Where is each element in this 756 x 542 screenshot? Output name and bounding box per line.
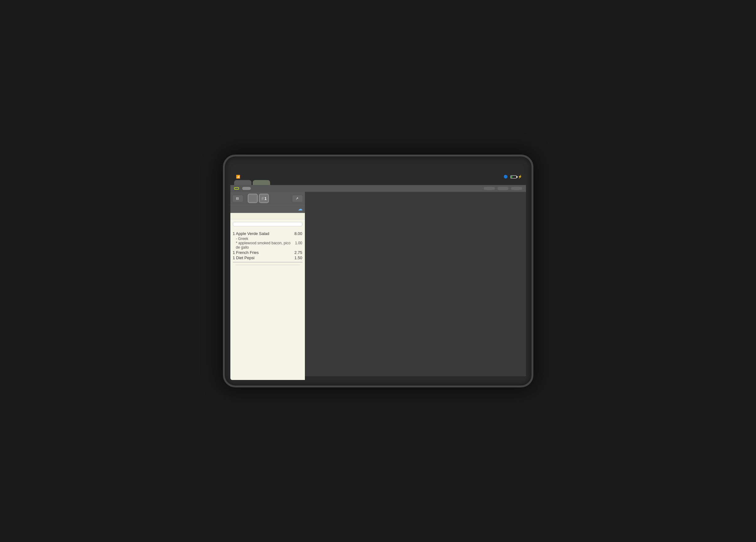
order-details: 1 Apple Verde Salad 8.00 - Greek * apple…	[230, 213, 305, 380]
main-content: ⊟ 🍴1 ↗	[230, 192, 526, 380]
top-tabs	[230, 180, 526, 185]
status-right: 🔵 ⚡	[504, 175, 522, 179]
status-bar: 📶 🔵 ⚡	[230, 174, 526, 180]
battery-icon	[510, 175, 517, 178]
item-price: 8.00	[292, 231, 302, 236]
save-button[interactable]	[511, 187, 522, 190]
order-item-modifier-greek: - Greek	[233, 237, 302, 241]
split-button[interactable]: ⊟	[233, 195, 243, 202]
order-totals	[235, 265, 300, 269]
bottom-categories	[305, 376, 526, 380]
item-price: 2.75	[292, 250, 302, 255]
order-item-modifier-bacon: * applewood smoked bacon, pico de gallo …	[233, 241, 302, 250]
wifi-icon: 📶	[236, 175, 240, 179]
item-name: 1 Diet Pepsi	[233, 255, 255, 260]
modifier-price: 1.00	[295, 241, 302, 245]
carry-out-header	[230, 213, 305, 219]
toolbar	[230, 185, 526, 192]
total-bar	[305, 370, 526, 376]
menu-grid	[305, 193, 526, 370]
order-items: 1 Apple Verde Salad 8.00 - Greek * apple…	[230, 229, 305, 274]
item-name: 1 French Fries	[233, 250, 259, 255]
item-name: 1 Apple Verde Salad	[233, 231, 269, 236]
order-item-apple-verde[interactable]: 1 Apple Verde Salad 8.00	[233, 231, 302, 236]
send-icon: ↗	[296, 196, 298, 201]
tab-deliver[interactable]	[253, 180, 270, 185]
ipad-screen: 📶 🔵 ⚡	[230, 174, 526, 380]
battery-fill	[511, 176, 513, 178]
item-price: 1.50	[292, 255, 302, 260]
charging-icon: ⚡	[518, 175, 522, 179]
order-panel: ⊟ 🍴1 ↗	[230, 192, 305, 380]
lavu-logo	[234, 187, 239, 190]
menu-panel	[305, 192, 526, 380]
tab-pos[interactable]	[234, 180, 251, 185]
customer-field[interactable]	[233, 222, 302, 226]
open-orders-button[interactable]	[484, 187, 495, 190]
order-number-buttons: 🍴1	[248, 194, 269, 203]
cafe-label: ☁	[297, 206, 302, 211]
order-item-french-fries[interactable]: 1 French Fries 2.75	[233, 250, 302, 255]
toolbar-right-buttons	[484, 187, 522, 190]
send-button[interactable]: ↗	[292, 195, 302, 202]
modifier-text: * applewood smoked bacon, pico de gallo	[233, 241, 295, 250]
status-left: 📶	[234, 175, 240, 179]
closed-orders-button[interactable]	[497, 187, 509, 190]
ipad-frame: 📶 🔵 ⚡	[223, 155, 533, 387]
order-num-2[interactable]: 🍴1	[259, 194, 269, 203]
totals-divider	[233, 262, 302, 262]
split-icon: ⊟	[236, 196, 239, 201]
bluetooth-icon: 🔵	[504, 175, 508, 179]
order-num-1[interactable]	[248, 194, 258, 203]
order-item-diet-pepsi[interactable]: 1 Diet Pepsi 1.50	[233, 255, 302, 260]
cloud-icon: ☁	[298, 206, 302, 211]
order-panel-header: ⊟ 🍴1 ↗	[230, 192, 305, 205]
exit-server-button[interactable]	[242, 187, 251, 190]
